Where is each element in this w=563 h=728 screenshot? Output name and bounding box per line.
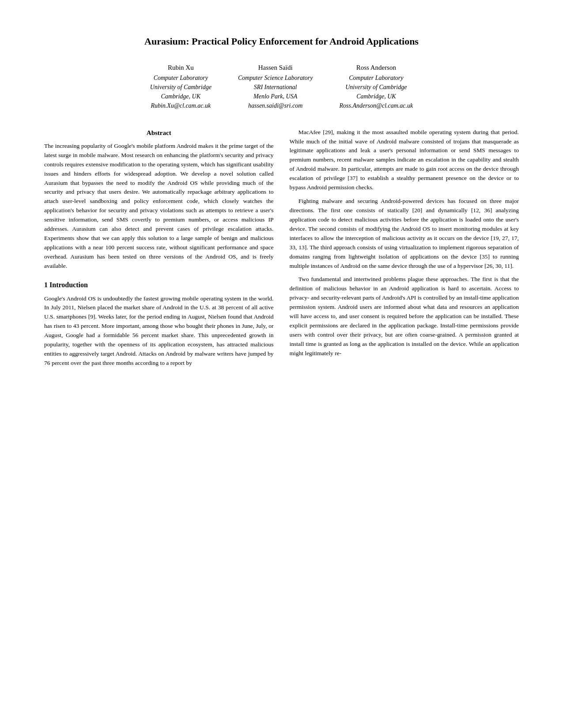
author-3-affil-line3: Cambridge, UK — [356, 93, 396, 100]
author-3-name: Ross Anderson — [339, 64, 413, 71]
author-3-affil: Computer Laboratory University of Cambri… — [339, 73, 413, 110]
author-1-affil-line2: University of Cambridge — [150, 84, 212, 90]
right-paragraph-2: Fighting malware and securing Android-po… — [290, 197, 519, 270]
author-1-affil: Computer Laboratory University of Cambri… — [150, 73, 212, 110]
author-1: Rubin Xu Computer Laboratory University … — [150, 64, 212, 110]
author-2-affil-line1: Computer Science Laboratory — [238, 75, 313, 81]
author-1-name: Rubin Xu — [150, 64, 212, 71]
author-1-affil-line3: Cambridge, UK — [161, 93, 200, 100]
paper-page: Aurasium: Practical Policy Enforcement f… — [0, 0, 563, 728]
abstract-title: Abstract — [44, 128, 274, 138]
intro-paragraph-1: Google's Android OS is undoubtedly the f… — [44, 294, 274, 368]
author-3-affil-line2: University of Cambridge — [345, 84, 407, 90]
authors-row: Rubin Xu Computer Laboratory University … — [44, 64, 519, 110]
two-column-body: Abstract The increasing popularity of Go… — [44, 128, 519, 372]
author-3-affil-line1: Computer Laboratory — [349, 75, 403, 81]
author-2-affil-line3: Menlo Park, USA — [253, 93, 297, 100]
left-column: Abstract The increasing popularity of Go… — [44, 128, 274, 372]
author-2-name: Hassen Saïdi — [238, 64, 313, 71]
paper-title: Aurasium: Practical Policy Enforcement f… — [44, 35, 519, 48]
author-1-affil-line1: Computer Laboratory — [154, 75, 208, 81]
author-3: Ross Anderson Computer Laboratory Univer… — [339, 64, 413, 110]
intro-heading: 1 Introduction — [44, 280, 274, 291]
author-2-affil-line2: SRI International — [254, 84, 297, 90]
author-3-affil-line4: Ross.Anderson@cl.cam.ac.uk — [339, 102, 413, 109]
right-column: MacAfee [29], making it the most assault… — [290, 128, 519, 372]
abstract-body: The increasing popularity of Google's mo… — [44, 142, 274, 271]
author-2: Hassen Saïdi Computer Science Laboratory… — [238, 64, 313, 110]
author-1-affil-line4: Rubin.Xu@cl.cam.ac.uk — [151, 102, 211, 109]
right-paragraph-1: MacAfee [29], making it the most assault… — [290, 128, 519, 192]
author-2-affil-line4: hassen.saidi@sri.com — [248, 102, 302, 109]
right-paragraph-3: Two fundamental and intertwined problems… — [290, 275, 519, 358]
author-2-affil: Computer Science Laboratory SRI Internat… — [238, 73, 313, 110]
